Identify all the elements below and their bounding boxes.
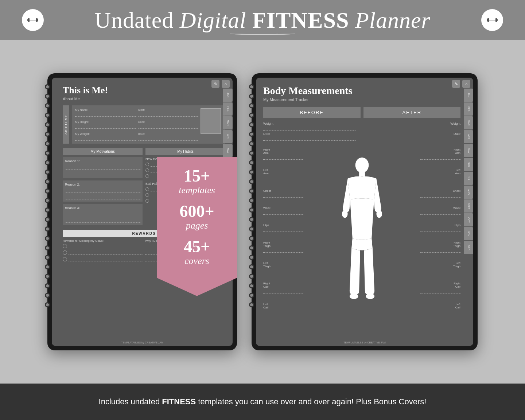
main-area: ✎ ⌂ JAN FEB MAR APR MAY JUN JUL AUG SEPT…: [0, 40, 525, 384]
svg-rect-3: [36, 18, 38, 22]
right-month-aug[interactable]: AUG: [464, 186, 473, 199]
meas-right-arm-left: RightArm: [263, 148, 311, 160]
meas-hips-right: Hips: [413, 223, 460, 232]
banner-body: 15+ templates 600+ pages 45+ covers: [157, 157, 237, 278]
right-measurements: RightArm LeftArm Chest Waist: [409, 144, 460, 319]
weight-right: Weight: [368, 122, 460, 131]
right-home-icon[interactable]: ⌂: [462, 80, 470, 88]
weight-field: My Weight:: [75, 132, 136, 141]
about-fields: My Name: My Height: My Weight:: [72, 105, 225, 144]
about-label: ABOUT ME: [63, 105, 69, 144]
left-templatesby: TEMPLATABLES by CREATIVE JAM: [121, 341, 163, 344]
right-tablet-screen: ✎ ⌂ JAN FEB MAR APR MAY JUN JUL AUG SEPT…: [256, 78, 473, 346]
rewards-col1: Rewards for Meeting my Goals!: [63, 239, 143, 264]
date-right: Date: [368, 132, 460, 141]
motivations-section: My Motivations Reason 1: Reason 2:: [63, 148, 143, 227]
human-silhouette: [337, 155, 388, 308]
height-field: My Height:: [75, 120, 136, 129]
meas-left-thigh-left: LeftThigh: [263, 261, 311, 273]
right-month-nov[interactable]: NOV: [464, 227, 473, 240]
footer-text: Includes undated FITNESS templates you c…: [99, 397, 427, 407]
month-jan[interactable]: JAN: [223, 89, 233, 102]
pencil-icon[interactable]: ✎: [211, 80, 219, 88]
reason2-box: Reason 2:: [63, 180, 143, 202]
reward-item-2: [63, 250, 143, 255]
date-field: Date:: [138, 132, 199, 141]
banner-covers: covers: [164, 255, 230, 267]
banner-templates: templates: [164, 184, 230, 196]
svg-rect-8: [495, 18, 497, 22]
start-field: Start:: [138, 108, 199, 117]
meas-right-arm-right: RightArm: [413, 148, 460, 160]
svg-rect-9: [489, 20, 495, 20]
body-figure-area: RightArm LeftArm Chest Waist: [263, 144, 460, 319]
right-month-oct[interactable]: OCT: [464, 213, 473, 226]
svg-point-13: [376, 210, 382, 218]
svg-point-12: [342, 210, 347, 218]
meas-title: Body Measurements: [263, 85, 460, 97]
svg-rect-11: [359, 172, 365, 176]
goal-field: Goal:: [138, 120, 199, 129]
month-apr[interactable]: APR: [223, 130, 233, 143]
meas-left-calf-left: LeftCalf: [263, 303, 311, 314]
left-measurements: RightArm LeftArm Chest Waist: [263, 144, 314, 319]
right-content: Body Measurements My Measurement Tracker…: [256, 78, 473, 346]
svg-point-14: [349, 293, 358, 299]
right-month-jan[interactable]: JAN: [464, 89, 473, 102]
left-page-title: This is Me!: [63, 85, 225, 96]
reward-item-1: [63, 244, 143, 248]
right-month-dec[interactable]: DEC: [464, 241, 473, 254]
right-tablet: ✎ ⌂ JAN FEB MAR APR MAY JUN JUL AUG SEPT…: [252, 73, 478, 350]
home-icon[interactable]: ⌂: [222, 80, 230, 88]
meas-waist-right: Waist: [413, 206, 460, 215]
pink-banner: 15+ templates 600+ pages 45+ covers: [157, 157, 237, 296]
meas-hips-left: Hips: [263, 223, 311, 232]
banner-45plus: 45+: [164, 238, 230, 255]
meas-chest-left: Chest: [263, 189, 311, 198]
right-month-may[interactable]: MAY: [464, 144, 473, 157]
meas-right-calf-right: RightCalf: [413, 282, 460, 293]
reason1-box: Reason 1:: [63, 157, 143, 178]
left-toolbar: ✎ ⌂: [211, 80, 230, 88]
before-after-section: BEFORE AFTER: [263, 107, 460, 118]
weight-row: Weight Weight: [263, 122, 460, 131]
right-month-jun[interactable]: JUN: [464, 158, 473, 171]
month-mar[interactable]: MAR: [223, 116, 233, 129]
right-pencil-icon[interactable]: ✎: [452, 80, 460, 88]
right-month-apr[interactable]: APR: [464, 130, 473, 143]
header: Undated Digital FITNESS Planner: [0, 0, 525, 40]
date-row: Date Date: [263, 132, 460, 141]
about-section: ABOUT ME My Name: My Height:: [63, 105, 225, 144]
right-month-sep[interactable]: SEPT: [464, 199, 473, 213]
svg-rect-1: [28, 18, 30, 22]
habits-header: My Habits: [145, 148, 225, 155]
right-month-jul[interactable]: JUL: [464, 172, 473, 185]
month-feb[interactable]: FEB: [223, 102, 233, 116]
banner-15plus: 15+: [164, 168, 230, 184]
right-toolbar: ✎ ⌂: [452, 80, 470, 88]
date-left: Date: [263, 132, 356, 141]
meas-left-calf-right: LeftCalf: [413, 303, 460, 314]
meas-right-thigh-left: RightThigh: [263, 241, 311, 253]
right-month-mar[interactable]: MAR: [464, 116, 473, 129]
meas-left-arm-right: LeftArm: [413, 168, 460, 180]
after-label: AFTER: [363, 107, 461, 118]
banner-600plus: 600+: [164, 203, 230, 220]
svg-point-15: [366, 293, 374, 299]
month-may[interactable]: MAY: [223, 144, 233, 157]
month-tabs-right: JAN FEB MAR APR MAY JUN JUL AUG SEPT OCT…: [464, 89, 473, 254]
motivations-header: My Motivations: [63, 148, 143, 155]
weight-left: Weight: [263, 122, 356, 131]
right-month-feb[interactable]: FEB: [464, 102, 473, 116]
banner-point: [157, 278, 237, 296]
name-field: My Name:: [75, 108, 136, 117]
meas-subtitle: My Measurement Tracker: [263, 97, 460, 102]
svg-rect-6: [487, 18, 489, 22]
meas-right-thigh-right: RightThigh: [413, 241, 460, 253]
photo-placeholder: [201, 108, 221, 134]
meas-left-thigh-right: LeftThigh: [413, 261, 460, 273]
banner-pages: pages: [164, 220, 230, 231]
about-middle-col: Start: Goal: Date:: [138, 108, 199, 141]
right-templatesby: TEMPLATABLES by CREATIVE JAM: [343, 341, 386, 344]
title-underline-swash: [230, 32, 295, 35]
